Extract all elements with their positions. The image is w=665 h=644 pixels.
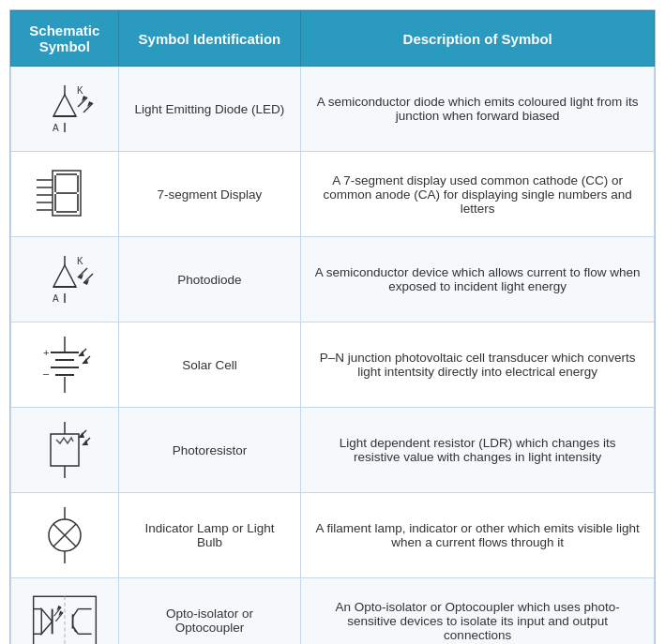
- svg-text:K: K: [77, 256, 83, 266]
- symbol-desc-lamp: A filament lamp, indicator or other whic…: [301, 493, 655, 578]
- table-row: + – Solar CellP–N junction photovoltaic …: [11, 322, 655, 408]
- svg-marker-2: [53, 95, 76, 116]
- symbol-name-optoisolator: Opto-isolator or Optocoupler: [118, 578, 301, 645]
- table-row: PhotoresistorLight dependent resistor (L…: [11, 408, 655, 493]
- main-table: Schematic Symbol Symbol Identification D…: [9, 9, 656, 644]
- symbol-desc-photodiode: A semiconductor device which allows curr…: [301, 237, 655, 322]
- symbol-desc-7seg: A 7-segment display used common cathode …: [301, 152, 655, 237]
- symbol-cell-photoresistor: [11, 408, 119, 493]
- table-row: K A PhotodiodeA semiconductor device whi…: [11, 237, 655, 322]
- svg-marker-61: [41, 609, 52, 635]
- symbol-cell-solarcell: + –: [11, 322, 119, 408]
- svg-line-70: [72, 609, 78, 618]
- svg-marker-25: [53, 265, 76, 287]
- table-row: Indicator Lamp or Light BulbA filament l…: [11, 493, 655, 578]
- svg-text:K: K: [77, 85, 83, 96]
- svg-text:A: A: [53, 293, 59, 304]
- symbol-name-led: Light Emitting Diode (LED): [118, 67, 301, 152]
- header-identification: Symbol Identification: [118, 11, 301, 67]
- table-row: 7-segment DisplayA 7-segment display use…: [11, 152, 655, 237]
- symbol-name-7seg: 7-segment Display: [118, 152, 301, 237]
- symbol-desc-solarcell: P–N junction photovoltaic cell transduce…: [301, 322, 655, 408]
- symbol-desc-optoisolator: An Opto-isolator or Optocoupler which us…: [301, 578, 655, 645]
- symbol-name-photodiode: Photodiode: [118, 237, 301, 322]
- header-description: Description of Symbol: [301, 11, 655, 67]
- table-row: Opto-isolator or OptocouplerAn Opto-isol…: [11, 578, 655, 645]
- symbol-cell-7seg: [11, 152, 119, 237]
- header-symbol: Schematic Symbol: [11, 11, 119, 67]
- symbol-cell-photodiode: K A: [11, 237, 119, 322]
- symbol-cell-optoisolator: [11, 578, 119, 645]
- symbol-cell-led: K A: [11, 67, 119, 152]
- symbol-desc-led: A semiconductor diode which emits colour…: [301, 67, 655, 152]
- symbol-name-photoresistor: Photoresistor: [118, 408, 301, 493]
- symbol-cell-lamp: [11, 493, 119, 578]
- svg-text:A: A: [53, 123, 59, 133]
- svg-text:–: –: [43, 367, 50, 379]
- symbol-name-solarcell: Solar Cell: [118, 322, 301, 408]
- table-row: K A Light Emitting Diode (LED)A semicond…: [11, 67, 655, 152]
- symbol-desc-photoresistor: Light dependent resistor (LDR) which cha…: [301, 408, 655, 493]
- svg-text:+: +: [43, 347, 49, 358]
- symbol-name-lamp: Indicator Lamp or Light Bulb: [118, 493, 301, 578]
